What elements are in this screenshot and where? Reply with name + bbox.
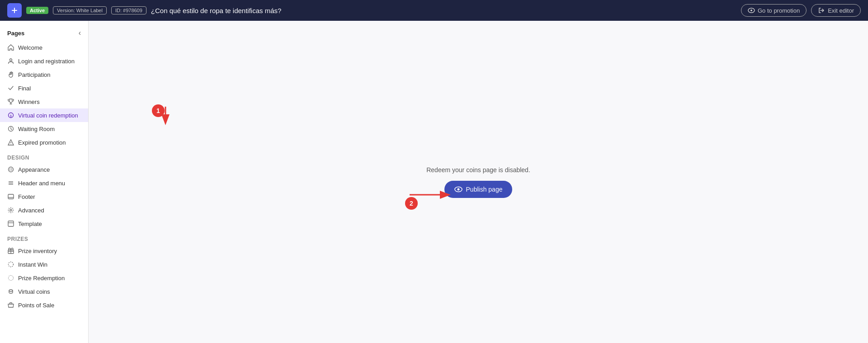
exit-icon [818,7,825,14]
sidebar-item-footer[interactable]: Footer [0,190,88,203]
eye-icon [748,7,755,14]
disabled-message: Redeem your coins page is disabled. [426,166,530,174]
collapse-sidebar-button[interactable]: ‹ [79,29,81,37]
svg-point-10 [9,169,10,169]
svg-point-11 [11,169,12,169]
store-icon [7,301,14,309]
sidebar-item-prize-redemption[interactable]: Prize Redemption [0,271,88,285]
menu-icon [7,179,14,187]
svg-rect-17 [8,194,14,199]
center-panel: Redeem your coins page is disabled. Publ… [426,166,530,198]
svg-point-19 [10,209,12,211]
page-title: ¿Con qué estilo de ropa te identificas m… [151,7,736,14]
design-section-title: Design [0,149,88,163]
gift-icon [7,247,14,254]
sidebar-item-login[interactable]: Login and registration [0,54,88,68]
sidebar-item-template[interactable]: Template [0,217,88,230]
coins-icon [7,288,14,295]
sidebar-item-instant-win[interactable]: Instant Win [0,258,88,271]
svg-point-29 [457,188,459,190]
sidebar-item-header-menu[interactable]: Header and menu [0,176,88,190]
sidebar-item-advanced[interactable]: Advanced [0,203,88,217]
sidebar-item-prize-inventory[interactable]: Prize inventory [0,244,88,258]
sidebar-item-expired[interactable]: Expired promotion [0,136,88,149]
publish-page-button[interactable]: Publish page [444,181,513,198]
palette-icon [7,166,14,173]
prizes-section-title: Prizes [0,230,88,244]
sidebar: Pages ‹ Welcome Login and registration P… [0,21,89,343]
svg-point-23 [9,262,14,267]
layout: Pages ‹ Welcome Login and registration P… [0,21,868,343]
svg-point-13 [11,170,12,171]
template-icon [7,220,14,227]
eye-publish-icon [454,185,462,193]
person-icon [7,57,14,65]
topbar-actions: Go to promotion Exit editor [741,4,861,17]
sidebar-item-points-of-sale[interactable]: Points of Sale [0,298,88,312]
arrow-1 [161,104,179,127]
sidebar-item-winners[interactable]: Winners [0,95,88,108]
clock-icon [7,125,14,132]
annotation-1: 1 [152,104,165,117]
sidebar-item-virtual-coin[interactable]: $ Virtual coin redemption [0,108,88,122]
svg-point-12 [9,170,10,171]
coin-icon: $ [7,112,14,119]
check-icon [7,85,14,92]
id-label: ID: #978609 [111,6,146,14]
svg-rect-20 [8,221,14,226]
exit-editor-button[interactable]: Exit editor [811,4,861,17]
active-badge: Active [26,7,48,14]
svg-point-24 [9,276,14,281]
topbar: Active Version: White Label ID: #978609 … [0,0,868,21]
svg-point-9 [9,167,14,172]
annotation-2: 2 [405,197,418,210]
settings-icon [7,207,14,214]
svg-text:$: $ [10,114,12,117]
pages-section-header: Pages ‹ [0,21,88,41]
svg-point-2 [750,9,752,11]
sidebar-item-participation[interactable]: Participation [0,68,88,81]
svg-point-3 [10,59,12,61]
instant-icon [7,261,14,268]
house-icon [7,44,14,51]
footer-icon [7,193,14,200]
pages-section-title: Pages [7,30,24,37]
sidebar-item-final[interactable]: Final [0,81,88,95]
sidebar-item-welcome[interactable]: Welcome [0,41,88,54]
sidebar-item-appearance[interactable]: Appearance [0,163,88,176]
trophy-icon [7,98,14,105]
warning-icon [7,139,14,146]
sidebar-item-virtual-coins[interactable]: Virtual coins [0,285,88,298]
goto-promotion-button[interactable]: Go to promotion [741,4,807,17]
sidebar-item-waiting-room[interactable]: Waiting Room [0,122,88,136]
svg-point-8 [11,144,11,145]
logo [7,3,22,18]
svg-point-25 [9,290,13,291]
hand-icon [7,71,14,78]
main-content: 1 Redeem your coins page is disabled. Pu [89,21,868,343]
redeem-icon [7,274,14,282]
version-label: Version: White Label [53,6,107,14]
